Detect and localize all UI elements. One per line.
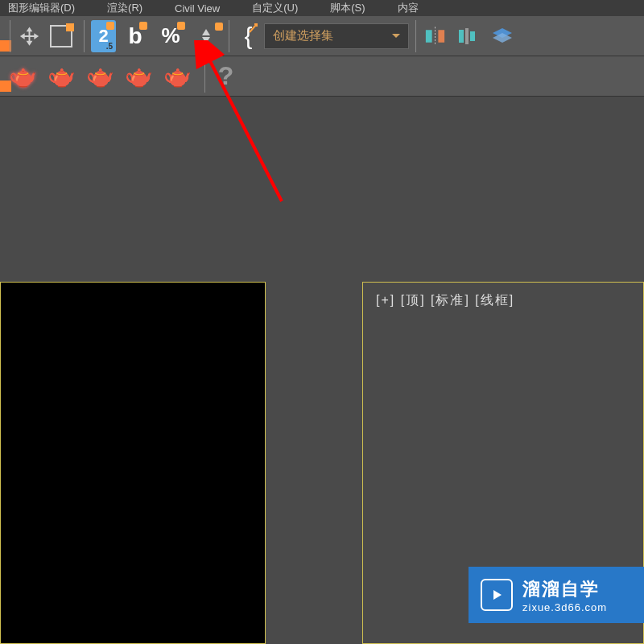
snap-corner-icon [106, 22, 114, 30]
align-tool[interactable] [451, 20, 483, 52]
corner-dot-icon [215, 23, 223, 31]
viewport-label[interactable]: [+] [顶] [标准] [线框] [376, 292, 514, 309]
viewport-left[interactable] [0, 282, 266, 644]
named-selection-edit[interactable]: { [229, 20, 261, 52]
svg-rect-5 [470, 31, 475, 41]
corner-dot-icon [139, 22, 147, 30]
menu-bar: 图形编辑器(D) 渲染(R) Civil View 自定义(U) 脚本(S) 内… [0, 0, 644, 16]
watermark-title: 溜溜自学 [522, 577, 607, 601]
select-region-tool[interactable] [45, 20, 77, 52]
corner-indicator-icon [66, 23, 74, 31]
render-iterative[interactable]: 🫖 [122, 60, 155, 93]
render-setup[interactable]: 🫖 [6, 60, 39, 93]
svg-rect-3 [459, 30, 464, 43]
menu-customize[interactable]: 自定义(U) [252, 1, 298, 15]
teapot-yellow-icon: 🫖 [86, 63, 114, 89]
menu-graphics-editor[interactable]: 图形编辑器(D) [8, 1, 75, 15]
percent-snap-toggle[interactable]: % [155, 20, 187, 52]
svg-marker-8 [493, 590, 502, 600]
question-icon: ? [218, 61, 234, 91]
selection-set-dropdown[interactable]: 创建选择集 [264, 23, 409, 49]
menu-script[interactable]: 脚本(S) [330, 1, 365, 15]
percent-icon: % [161, 23, 180, 48]
spinner-icon [194, 24, 218, 48]
teapot-dark-icon: 🫖 [163, 63, 192, 89]
teapot-red-icon: 🫖 [9, 63, 37, 89]
curly-brace-icon: { [244, 23, 252, 50]
teapot-water-icon: 🫖 [125, 63, 153, 89]
svg-rect-0 [426, 30, 432, 43]
main-toolbar: 2 .5 b % { [0, 16, 644, 56]
watermark: 溜溜自学 zixue.3d66.com [469, 567, 644, 623]
rectangle-icon [50, 25, 72, 47]
help-button[interactable]: ? [204, 60, 237, 93]
render-activeshade[interactable]: 🫖 [161, 60, 193, 93]
svg-rect-1 [438, 30, 444, 43]
menu-civil-view[interactable]: Civil View [175, 2, 220, 14]
teapot-blue-icon: 🫖 [47, 63, 76, 89]
corner-dot-icon [177, 22, 185, 30]
selection-set-label: 创建选择集 [273, 28, 333, 43]
angle-snap-toggle[interactable]: b [119, 20, 151, 52]
chevron-down-icon [392, 34, 400, 38]
spinner-snap-toggle[interactable] [190, 20, 222, 52]
menu-render[interactable]: 渲染(R) [107, 1, 142, 15]
mirror-tool[interactable] [415, 20, 448, 52]
svg-rect-4 [465, 28, 469, 44]
watermark-logo-icon [481, 579, 513, 611]
angle-icon: b [128, 23, 142, 49]
render-production[interactable]: 🫖 [84, 60, 116, 93]
layers-tool[interactable] [486, 20, 518, 52]
render-frame[interactable]: 🫖 [45, 60, 77, 93]
move-tool[interactable] [10, 20, 42, 52]
render-toolbar: 🫖 🫖 🫖 🫖 🫖 ? [0, 56, 644, 97]
snap-2-5-icon: 2 .5 [91, 20, 116, 52]
snap-toggle[interactable]: 2 .5 [84, 20, 116, 52]
menu-content[interactable]: 内容 [398, 1, 419, 15]
watermark-url: zixue.3d66.com [522, 601, 607, 613]
viewport-area: [+] [顶] [标准] [线框] [0, 97, 644, 644]
